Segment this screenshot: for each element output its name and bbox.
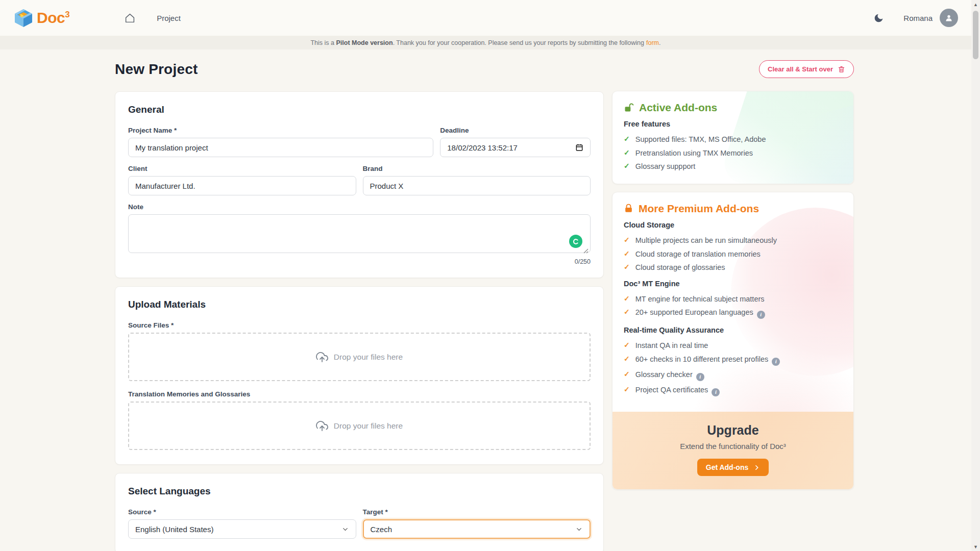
source-language-label: Source * xyxy=(128,508,356,516)
upgrade-title: Upgrade xyxy=(624,423,842,438)
app-logo[interactable]: Doc3 xyxy=(13,8,69,28)
dropzone-text: Drop your files here xyxy=(334,421,403,431)
user-menu[interactable]: Romana xyxy=(903,9,958,27)
deadline-input[interactable]: 18/02/2023 13:52:17 xyxy=(440,138,591,157)
upload-cloud-icon xyxy=(316,420,328,432)
calendar-icon[interactable] xyxy=(575,143,583,152)
top-navbar: Doc3 Project Romana xyxy=(0,0,971,36)
upload-heading: Upload Materials xyxy=(128,299,591,310)
free-features-heading: Free features xyxy=(624,120,842,128)
home-icon[interactable] xyxy=(125,13,135,23)
user-name: Romana xyxy=(903,14,933,22)
source-language-select[interactable]: English (United States) xyxy=(128,519,356,539)
check-icon: ✓ xyxy=(624,341,630,349)
logo-wordmark: Doc3 xyxy=(37,9,69,27)
languages-heading: Select Languages xyxy=(128,486,591,497)
chevron-down-icon xyxy=(341,525,349,533)
target-language-select[interactable]: Czech xyxy=(363,519,591,539)
brand-input[interactable] xyxy=(363,176,591,195)
active-addons-card: Active Add-ons Free features ✓ Supported… xyxy=(612,91,854,184)
feature-item: ✓ Cloud storage of glossaries xyxy=(624,261,842,274)
check-icon: ✓ xyxy=(624,355,630,363)
client-label: Client xyxy=(128,165,356,172)
project-name-input[interactable] xyxy=(128,138,433,157)
feature-item: ✓ Pretranslation using TMX Memories xyxy=(624,146,842,160)
info-icon[interactable]: i xyxy=(757,311,765,319)
check-icon: ✓ xyxy=(624,236,630,244)
unlock-icon xyxy=(624,103,634,113)
main-form-column: General Project Name * Deadline 18/02/20… xyxy=(115,91,604,551)
feature-item: ✓ 60+ checks in 10 different preset prof… xyxy=(624,353,842,368)
check-icon: ✓ xyxy=(624,135,630,143)
source-files-label: Source Files * xyxy=(128,321,591,329)
note-label: Note xyxy=(128,203,591,211)
banner-text: This is a Pilot Mode version. Thank you … xyxy=(310,39,660,46)
mt-engine-heading: Doc³ MT Engine xyxy=(624,280,842,288)
tm-glossaries-dropzone[interactable]: Drop your files here xyxy=(128,402,591,450)
source-files-dropzone[interactable]: Drop your files here xyxy=(128,333,591,381)
user-avatar[interactable] xyxy=(940,9,958,27)
deadline-value: 18/02/2023 13:52:17 xyxy=(447,143,518,152)
feature-item: ✓ Project QA certificatesi xyxy=(624,383,842,398)
info-icon[interactable]: i xyxy=(712,388,720,396)
feature-item: ✓ Supported files: TMX, MS Office, Adobe xyxy=(624,133,842,146)
upgrade-subtitle: Extend the functionality of Doc³ xyxy=(624,442,842,450)
textarea-resize-handle[interactable] xyxy=(583,248,589,254)
tm-glossaries-label: Translation Memories and Glossaries xyxy=(128,390,591,398)
moon-icon xyxy=(873,13,884,23)
project-name-label: Project Name * xyxy=(128,127,433,134)
general-heading: General xyxy=(128,104,591,115)
feature-item: ✓ Glossary suppport xyxy=(624,160,842,173)
scrollbar-up-arrow[interactable]: ▲ xyxy=(971,0,980,9)
info-icon[interactable]: i xyxy=(696,373,704,381)
pilot-mode-banner: This is a Pilot Mode version. Thank you … xyxy=(0,36,971,49)
source-language-value: English (United States) xyxy=(135,525,213,534)
feature-item: ✓ MT engine for technical subject matter… xyxy=(624,292,842,306)
get-addons-button[interactable]: Get Add-ons xyxy=(697,459,769,476)
active-addons-title: Active Add-ons xyxy=(639,102,717,114)
logo-cube-icon xyxy=(13,8,34,28)
feature-item: ✓ Instant QA in real time xyxy=(624,339,842,353)
lock-icon xyxy=(624,204,633,213)
feature-item: ✓ Multiple projects can be run simultane… xyxy=(624,234,842,247)
feature-item: ✓ Glossary checkeri xyxy=(624,368,842,383)
target-language-value: Czech xyxy=(371,525,393,534)
cloud-storage-heading: Cloud Storage xyxy=(624,221,842,229)
upload-cloud-icon xyxy=(316,351,328,363)
check-icon: ✓ xyxy=(624,162,630,170)
info-icon[interactable]: i xyxy=(772,358,780,366)
note-char-counter: 0/250 xyxy=(128,258,591,265)
nav-item-project[interactable]: Project xyxy=(157,14,181,22)
report-form-link[interactable]: form xyxy=(646,39,659,46)
deadline-label: Deadline xyxy=(440,127,591,134)
clear-all-button[interactable]: Clear all & Start over xyxy=(759,60,854,78)
trash-icon xyxy=(838,65,845,73)
page-scrollbar: ▲ ▼ xyxy=(971,0,980,551)
grammarly-icon[interactable] xyxy=(569,235,582,248)
check-icon: ✓ xyxy=(624,370,630,379)
scrollbar-down-arrow[interactable]: ▼ xyxy=(971,542,980,551)
check-icon: ✓ xyxy=(624,385,630,394)
addons-sidebar: Active Add-ons Free features ✓ Supported… xyxy=(612,91,854,497)
brand-label: Brand xyxy=(363,165,591,172)
scrollbar-thumb[interactable] xyxy=(973,11,978,59)
get-addons-label: Get Add-ons xyxy=(706,463,748,471)
target-language-label: Target * xyxy=(363,508,591,516)
chevron-down-icon xyxy=(575,525,583,533)
upgrade-section: Upgrade Extend the functionality of Doc³… xyxy=(612,412,853,489)
premium-addons-card: More Premium Add-ons Cloud Storage ✓ Mul… xyxy=(612,192,854,490)
client-input[interactable] xyxy=(128,176,356,195)
clear-all-label: Clear all & Start over xyxy=(768,65,833,73)
select-languages-card: Select Languages Source * English (Unite… xyxy=(115,473,604,551)
dark-mode-toggle[interactable] xyxy=(873,13,884,23)
general-card: General Project Name * Deadline 18/02/20… xyxy=(115,91,604,278)
check-icon: ✓ xyxy=(624,263,630,271)
upload-materials-card: Upload Materials Source Files * Drop you… xyxy=(115,286,604,465)
premium-addons-title: More Premium Add-ons xyxy=(639,203,759,215)
dropzone-text: Drop your files here xyxy=(334,353,403,362)
check-icon: ✓ xyxy=(624,249,630,258)
chevron-right-icon xyxy=(753,464,760,471)
check-icon: ✓ xyxy=(624,148,630,157)
note-textarea[interactable] xyxy=(128,214,591,253)
feature-item: ✓ Cloud storage of translation memories xyxy=(624,247,842,261)
